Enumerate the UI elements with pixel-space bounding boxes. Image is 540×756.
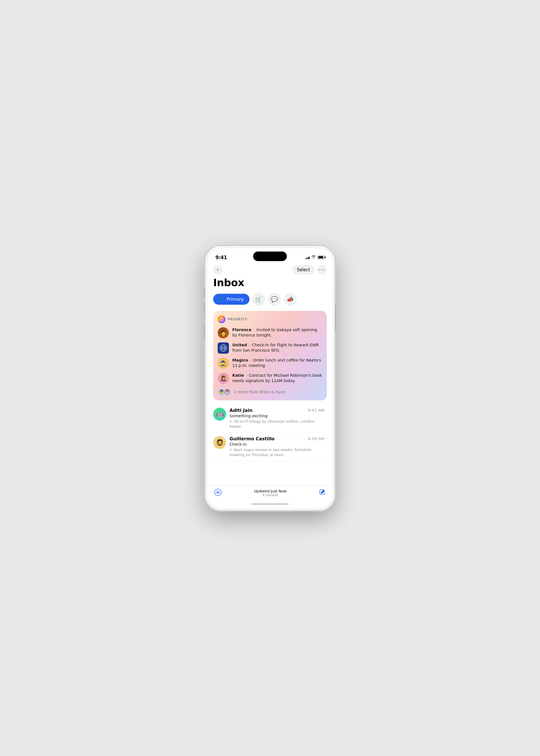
priority-item-united[interactable]: United ⊣ Check-in for flight to Newark E… xyxy=(218,342,322,354)
nav-right-actions: Select ··· xyxy=(293,265,327,275)
priority-item-magico[interactable]: 🧙 Magico ⊣ Order lunch and coffee for Ne… xyxy=(218,358,322,369)
email-content-aditi: Aditi Jain 9:41 AM › Something exciting … xyxy=(229,408,327,429)
avatar-florence: 👩 xyxy=(218,327,229,339)
unread-count: 6 Unread xyxy=(254,493,287,497)
nav-bar: ‹ Select ··· xyxy=(207,263,333,277)
inbox-content: Inbox 👤 Primary 🛒 💬 📣 xyxy=(207,277,333,486)
mute-button xyxy=(204,288,205,297)
priority-item-florence[interactable]: 👩 Florence ⊣ Invited to izakaya soft ope… xyxy=(218,327,322,339)
chevron-right-icon-2: › xyxy=(325,436,327,441)
tab-primary[interactable]: 👤 Primary xyxy=(213,294,249,305)
power-button xyxy=(335,305,336,330)
email-subject-guillermo: Check-in xyxy=(229,442,327,446)
phone-screen: 9:41 xyxy=(207,248,333,508)
more-button[interactable]: ··· xyxy=(317,265,327,275)
avatar-ryan: 👨‍💼 xyxy=(223,388,231,396)
volume-down-button xyxy=(204,322,205,339)
priority-item-text-united: United ⊣ Check-in for flight to Newark E… xyxy=(232,342,322,353)
back-button[interactable]: ‹ xyxy=(213,265,223,275)
ellipsis-icon: ··· xyxy=(319,267,325,272)
avatar-aditi: 🤖 xyxy=(213,408,226,421)
bottom-bar-center: Updated Just Now 6 Unread xyxy=(254,489,287,497)
priority-item-text-florence: Florence ⊣ Invited to izakaya soft openi… xyxy=(232,327,322,338)
priority-more-text: 2 more from Brian & Ryan xyxy=(234,390,285,394)
person-icon: 👤 xyxy=(219,297,224,302)
priority-header: PRIORITY xyxy=(218,315,322,323)
chevron-right-icon: › xyxy=(325,408,327,412)
email-item-aditi[interactable]: 🤖 Aditi Jain 9:41 AM › Something excitin… xyxy=(213,404,327,433)
email-meta-guillermo: 8:58 AM › xyxy=(308,436,327,441)
avatar-magico: 🧙 xyxy=(218,358,229,369)
home-indicator xyxy=(207,500,333,508)
siri-icon-3: ⊣ xyxy=(249,359,252,362)
priority-more[interactable]: 👨 👨‍💼 2 more from Brian & Ryan xyxy=(218,388,322,396)
priority-item-katie[interactable]: 👩‍🎤 Katie ⊣ Contract for Michael Robinso… xyxy=(218,373,322,384)
battery-fill xyxy=(318,256,323,258)
email-preview-guillermo: ↩ Next major review in two weeks. Schedu… xyxy=(229,447,327,457)
phone-mockup: 9:41 xyxy=(205,246,335,511)
email-sender-guillermo: Guillermo Castillo xyxy=(229,436,275,441)
email-header-guillermo: Guillermo Castillo 8:58 AM › xyxy=(229,436,327,441)
home-bar xyxy=(251,503,289,505)
battery-icon xyxy=(318,256,325,259)
email-content-guillermo: Guillermo Castillo 8:58 AM › Check-in ↩ … xyxy=(229,436,327,457)
avatar-united xyxy=(218,342,229,354)
priority-logo-icon xyxy=(218,315,225,323)
status-icons xyxy=(305,255,325,259)
shopping-cart-icon: 🛒 xyxy=(255,296,262,303)
siri-icon: ⊣ xyxy=(253,329,255,332)
priority-item-text-magico: Magico ⊣ Order lunch and coffee for Neet… xyxy=(232,358,322,369)
signal-icon xyxy=(305,256,310,259)
compose-button[interactable] xyxy=(319,489,326,497)
select-button[interactable]: Select xyxy=(293,265,315,275)
dynamic-island xyxy=(253,251,287,261)
updated-text: Updated Just Now xyxy=(254,489,287,493)
siri-icon-2: ⊣ xyxy=(248,344,251,347)
email-header-aditi: Aditi Jain 9:41 AM › xyxy=(229,408,327,413)
filter-tabs: 👤 Primary 🛒 💬 📣 xyxy=(213,293,327,306)
tab-primary-label: Primary xyxy=(226,297,244,302)
email-list: 🤖 Aditi Jain 9:41 AM › Something excitin… xyxy=(213,404,327,461)
avatar-guillermo: 🧔 xyxy=(213,436,226,449)
tab-shopping[interactable]: 🛒 xyxy=(252,293,265,306)
email-meta-aditi: 9:41 AM › xyxy=(308,408,327,412)
bottom-bar: Updated Just Now 6 Unread xyxy=(207,486,333,500)
priority-card: PRIORITY 👩 Florence ⊣ Invited to izakaya… xyxy=(213,311,327,400)
avatar-katie: 👩‍🎤 xyxy=(218,373,229,384)
status-time: 9:41 xyxy=(215,255,227,260)
list-filter-button[interactable] xyxy=(214,489,222,498)
chevron-left-icon: ‹ xyxy=(217,267,218,272)
message-icon: 💬 xyxy=(271,296,278,303)
wifi-icon xyxy=(311,255,316,259)
email-time-guillermo: 8:58 AM xyxy=(308,436,324,441)
tab-messages[interactable]: 💬 xyxy=(268,293,281,306)
email-time-aditi: 9:41 AM xyxy=(308,408,324,412)
megaphone-icon: 📣 xyxy=(287,296,294,303)
email-sender-aditi: Aditi Jain xyxy=(229,408,253,413)
volume-up-button xyxy=(204,302,205,319)
email-item-guillermo[interactable]: 🧔 Guillermo Castillo 8:58 AM › Check-in … xyxy=(213,433,327,461)
avatar-group: 👨 👨‍💼 xyxy=(218,388,231,396)
email-subject-aditi: Something exciting xyxy=(229,414,327,418)
page-title: Inbox xyxy=(213,277,327,288)
priority-label: PRIORITY xyxy=(228,317,247,321)
email-preview-aditi: ↩ YA sci-fi trilogy by Ghanaian author, … xyxy=(229,419,327,429)
priority-item-text-katie: Katie ⊣ Contract for Michael Robinson's … xyxy=(232,373,322,384)
siri-icon-4: ⊣ xyxy=(245,374,248,377)
tab-promotions[interactable]: 📣 xyxy=(284,293,297,306)
